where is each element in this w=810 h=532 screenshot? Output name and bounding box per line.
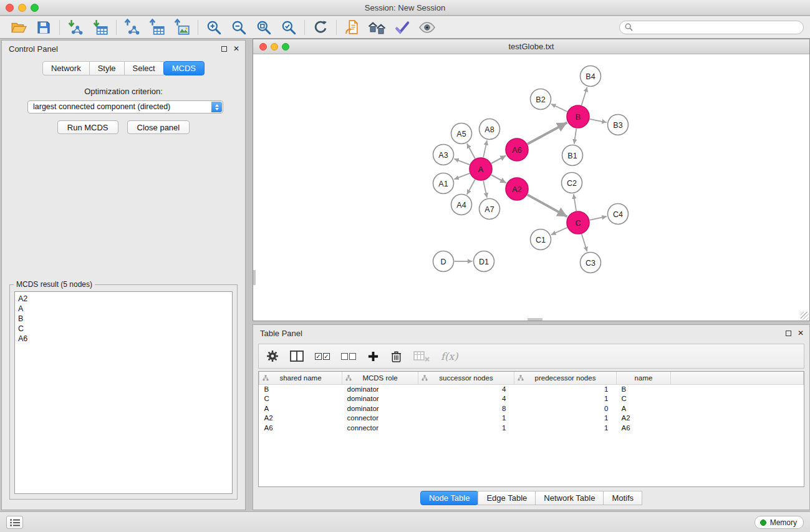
- graph-node-A2[interactable]: A2: [506, 178, 528, 200]
- network-window-titlebar[interactable]: testGlobe.txt: [253, 39, 809, 54]
- graph-edge-A-A5[interactable]: [467, 143, 475, 158]
- zoom-in-button[interactable]: [201, 17, 226, 37]
- mcds-result-list[interactable]: A2ABCA6: [14, 291, 233, 494]
- zoom-selected-button[interactable]: [276, 17, 301, 37]
- tab-style[interactable]: Style: [89, 61, 125, 75]
- network-close-icon[interactable]: [259, 43, 267, 51]
- column-header-predecessor-nodes[interactable]: predecessor nodes: [514, 372, 617, 384]
- table-cell[interactable]: 1: [514, 423, 617, 433]
- table-cell[interactable]: 1: [514, 414, 617, 423]
- graph-svg[interactable]: B4B2BB3B1A5A8A6A3AA1A2C2A4A7C4CC1C3DD1: [253, 55, 809, 321]
- graph-edge-B-B1[interactable]: [574, 128, 577, 144]
- graph-node-D1[interactable]: D1: [474, 251, 494, 272]
- mcds-result-item[interactable]: B: [18, 314, 229, 324]
- table-cell[interactable]: A6: [617, 423, 671, 433]
- graph-node-B1[interactable]: B1: [562, 145, 583, 166]
- tab-network-table[interactable]: Network Table: [535, 491, 604, 505]
- table-cell[interactable]: 4: [418, 394, 514, 404]
- graph-node-C1[interactable]: C1: [531, 230, 551, 250]
- float-table-panel-icon[interactable]: [786, 331, 791, 336]
- search-input[interactable]: [636, 23, 798, 32]
- export-table-button[interactable]: [145, 17, 170, 37]
- table-cell[interactable]: 1: [418, 414, 514, 423]
- column-header-mcds-role[interactable]: MCDS role: [342, 372, 418, 384]
- graph-edge-A-A2[interactable]: [491, 175, 506, 183]
- import-network-button[interactable]: [63, 17, 88, 37]
- export-network-button[interactable]: [120, 17, 145, 37]
- select-all-button[interactable]: ✓ ✓: [315, 353, 330, 360]
- minimize-window-icon[interactable]: [18, 4, 26, 12]
- table-cell[interactable]: 1: [418, 423, 514, 433]
- graph-node-A7[interactable]: A7: [480, 199, 500, 220]
- mcds-result-item[interactable]: A6: [18, 334, 229, 344]
- graph-node-C4[interactable]: C4: [608, 204, 629, 225]
- graph-edge-C-C2[interactable]: [574, 194, 576, 211]
- export-image-button[interactable]: [170, 17, 195, 37]
- column-header-successor-nodes[interactable]: successor nodes: [418, 372, 514, 384]
- table-cell[interactable]: connector: [342, 414, 418, 423]
- table-cell[interactable]: 1: [514, 394, 617, 404]
- show-graphics-details-button[interactable]: [415, 17, 440, 37]
- task-history-button[interactable]: [6, 516, 23, 529]
- table-cell[interactable]: 4: [418, 384, 514, 394]
- tab-network[interactable]: Network: [42, 61, 90, 75]
- graph-node-A5[interactable]: A5: [451, 123, 472, 144]
- table-cell[interactable]: dominator: [342, 404, 418, 414]
- mcds-result-item[interactable]: A2: [18, 294, 229, 304]
- graph-node-B2[interactable]: B2: [531, 89, 551, 110]
- apply-layout-button[interactable]: [308, 17, 333, 37]
- mcds-result-item[interactable]: C: [18, 324, 229, 334]
- table-cell[interactable]: 1: [514, 384, 617, 394]
- graph-edge-B-B4[interactable]: [582, 87, 587, 105]
- graph-edge-B-B3[interactable]: [590, 119, 607, 123]
- table-row[interactable]: Cdominator41C: [259, 394, 804, 404]
- show-columns-button[interactable]: [290, 350, 304, 362]
- graph-node-C3[interactable]: C3: [581, 253, 601, 273]
- criterion-dropdown[interactable]: largest connected component (directed): [27, 100, 223, 114]
- mcds-result-item[interactable]: A: [18, 304, 229, 314]
- table-row[interactable]: Bdominator41B: [259, 384, 804, 394]
- graph-edge-B-B2[interactable]: [551, 104, 567, 112]
- table-cell[interactable]: A2: [259, 414, 342, 423]
- open-session-button[interactable]: [6, 17, 31, 37]
- network-canvas[interactable]: B4B2BB3B1A5A8A6A3AA1A2C2A4A7C4CC1C3DD1: [253, 55, 809, 321]
- graph-edge-A-A3[interactable]: [454, 159, 470, 165]
- graph-edge-A-A6[interactable]: [491, 155, 506, 163]
- memory-button[interactable]: Memory: [755, 516, 804, 529]
- table-row[interactable]: Adominator80A: [259, 404, 804, 414]
- horizontal-scrollbar[interactable]: [528, 318, 542, 321]
- table-cell[interactable]: C: [259, 394, 342, 404]
- graph-node-A6[interactable]: A6: [506, 138, 528, 161]
- graph-edge-C-C1[interactable]: [551, 228, 567, 235]
- tab-edge-table[interactable]: Edge Table: [478, 491, 536, 505]
- resize-grip[interactable]: [801, 312, 809, 320]
- graph-edge-A6-B[interactable]: [528, 123, 567, 145]
- tab-select[interactable]: Select: [124, 61, 164, 75]
- table-cell[interactable]: dominator: [342, 384, 418, 394]
- network-zoom-icon[interactable]: [282, 43, 289, 51]
- network-minimize-icon[interactable]: [271, 43, 278, 51]
- table-cell[interactable]: A2: [617, 414, 671, 423]
- zoom-out-button[interactable]: [226, 17, 251, 37]
- table-cell[interactable]: A: [617, 404, 671, 414]
- graph-node-C[interactable]: C: [567, 211, 589, 234]
- graph-node-A[interactable]: A: [470, 158, 492, 180]
- table-cell[interactable]: dominator: [342, 394, 418, 404]
- graph-node-C2[interactable]: C2: [562, 173, 582, 193]
- import-table-button[interactable]: [88, 17, 113, 37]
- zoom-window-icon[interactable]: [31, 4, 39, 12]
- graph-node-B[interactable]: B: [567, 105, 589, 128]
- graph-node-A8[interactable]: A8: [480, 119, 500, 140]
- graph-node-B3[interactable]: B3: [608, 115, 629, 135]
- graph-node-A1[interactable]: A1: [433, 173, 454, 194]
- table-cell[interactable]: C: [617, 394, 671, 404]
- graph-edge-C-C4[interactable]: [590, 216, 607, 220]
- run-mcds-button[interactable]: Run MCDS: [57, 120, 118, 134]
- table-cell[interactable]: B: [259, 384, 342, 394]
- close-panel-button[interactable]: Close panel: [127, 120, 190, 134]
- graph-edge-A-A7[interactable]: [483, 181, 487, 198]
- graph-node-B4[interactable]: B4: [581, 66, 601, 87]
- graph-node-A4[interactable]: A4: [451, 195, 472, 215]
- deselect-all-button[interactable]: [341, 353, 356, 360]
- graph-edge-A2-C[interactable]: [528, 195, 567, 216]
